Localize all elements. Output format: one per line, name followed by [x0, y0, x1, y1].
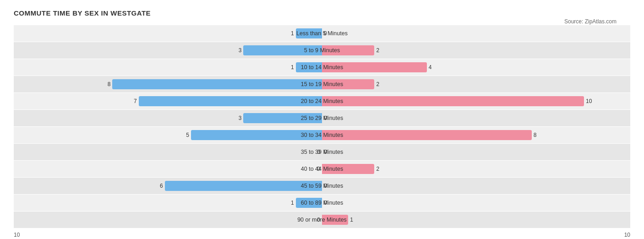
axis-left: 10: [14, 232, 20, 238]
female-value: 0: [322, 115, 327, 121]
female-value: 4: [427, 64, 432, 71]
female-bar: 1: [322, 215, 348, 225]
male-value: 1: [291, 200, 296, 206]
male-bar: 8: [112, 79, 322, 89]
male-value: 0: [317, 166, 322, 172]
male-value: 8: [108, 81, 113, 87]
chart-title: COMMUTE TIME BY SEX IN WESTGATE: [14, 9, 630, 17]
male-value: 7: [134, 98, 139, 104]
axis-right: 10: [624, 232, 630, 238]
table-row: 160 to 89 Minutes0: [14, 195, 630, 211]
male-value: 0: [317, 149, 322, 155]
female-value: 0: [322, 183, 327, 189]
female-value: 0: [322, 200, 327, 206]
male-value: 3: [239, 115, 244, 121]
female-value: 2: [374, 166, 379, 172]
female-value: 0: [322, 30, 327, 37]
table-row: 325 to 29 Minutes0: [14, 110, 630, 126]
axis-labels: 10 10: [14, 232, 630, 238]
female-value: 1: [348, 217, 353, 223]
male-value: 1: [291, 64, 296, 71]
male-bar: 3: [243, 45, 322, 55]
female-bar: 10: [322, 96, 584, 106]
female-bar: 4: [322, 62, 427, 72]
female-bar: 2: [322, 79, 374, 89]
male-value: 6: [160, 183, 165, 189]
table-row: 035 to 39 Minutes0: [14, 144, 630, 160]
male-value: 0: [317, 217, 322, 223]
male-bar: 6: [165, 181, 322, 191]
male-bar: 1: [296, 198, 322, 208]
table-row: 645 to 59 Minutes0: [14, 178, 630, 194]
female-value: 10: [584, 98, 592, 104]
table-row: 1Less than 5 Minutes0: [14, 25, 630, 42]
female-value: 8: [532, 132, 537, 138]
table-row: 720 to 24 Minutes10: [14, 93, 630, 109]
chart-wrapper: 1Less than 5 Minutes035 to 9 Minutes2110…: [14, 25, 630, 239]
female-value: 0: [322, 149, 327, 155]
table-row: 35 to 9 Minutes2: [14, 42, 630, 59]
male-bar: 7: [139, 96, 322, 106]
male-bar: 5: [191, 130, 322, 140]
table-row: 815 to 19 Minutes2: [14, 76, 630, 92]
female-bar: 2: [322, 45, 374, 55]
female-value: 2: [374, 81, 379, 87]
female-bar: 2: [322, 164, 374, 174]
female-value: 2: [374, 47, 379, 54]
table-row: 530 to 34 Minutes8: [14, 127, 630, 143]
male-bar: 1: [296, 28, 322, 38]
source-label: Source: ZipAtlas.com: [564, 18, 617, 25]
rows-container: 1Less than 5 Minutes035 to 9 Minutes2110…: [14, 25, 630, 228]
table-row: 110 to 14 Minutes4: [14, 59, 630, 76]
male-value: 3: [239, 47, 244, 54]
table-row: 090 or more Minutes1: [14, 212, 630, 228]
male-bar: 3: [243, 113, 322, 123]
male-value: 5: [186, 132, 191, 138]
male-bar: 1: [296, 62, 322, 72]
table-row: 040 to 44 Minutes2: [14, 161, 630, 177]
male-value: 1: [291, 30, 296, 37]
female-bar: 8: [322, 130, 532, 140]
